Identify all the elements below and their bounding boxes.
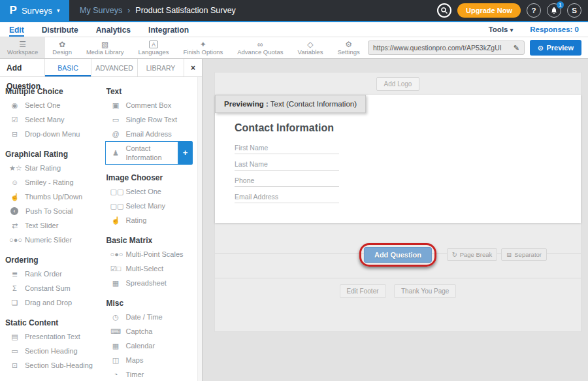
rank-order-icon: ≣: [9, 269, 20, 278]
page-break-button[interactable]: ↻Page Break: [447, 248, 498, 261]
question-type-select-one[interactable]: ▢▢Select One: [101, 184, 203, 199]
toolbar-finish-options[interactable]: ✦Finish Options: [176, 37, 231, 58]
question-type-constant-sum[interactable]: ΣConstant Sum: [0, 281, 101, 295]
question-type-label: Spreadsheet: [126, 278, 167, 288]
question-type-select-many[interactable]: ▢▢Select Many: [101, 199, 203, 213]
question-type-drop-down-menu[interactable]: ⊟Drop-down Menu: [0, 127, 101, 141]
question-type-calendar[interactable]: ▦Calendar: [101, 339, 203, 353]
tab-edit[interactable]: Edit: [9, 25, 24, 37]
tools-menu[interactable]: Tools ▾: [489, 25, 514, 33]
toolbar-variables[interactable]: ◇Variables: [291, 37, 331, 58]
edit-url-icon[interactable]: ✎: [514, 44, 519, 52]
search-icon: [440, 7, 448, 14]
question-type-contact-information[interactable]: ♟Contact Information+: [105, 141, 178, 165]
question-type-single-row-text[interactable]: ▭Single Row Text: [101, 112, 203, 127]
toolbar-workspace[interactable]: ☰Workspace: [0, 37, 45, 58]
toolbar-advance-quotas[interactable]: ∞Advance Quotas: [230, 37, 290, 58]
upgrade-now-button[interactable]: Upgrade Now: [457, 3, 521, 18]
calendar-icon: ▦: [110, 341, 122, 350]
question-type-label: Maps: [126, 356, 144, 365]
question-type-presentation-text[interactable]: ▤Presentation Text: [0, 329, 101, 344]
preview-button[interactable]: ⊙ Preview: [530, 40, 581, 56]
question-type-rank-order[interactable]: ≣Rank Order: [0, 267, 101, 281]
question-type-section-heading[interactable]: ▭Section Heading: [0, 344, 101, 358]
question-mark-icon: ?: [531, 7, 536, 14]
tab-integration[interactable]: Integration: [148, 25, 189, 35]
tab-analytics[interactable]: Analytics: [96, 25, 131, 35]
question-type-rating[interactable]: ☝Rating: [101, 213, 203, 227]
annotation-highlight: Add Question: [359, 243, 436, 267]
separator-button[interactable]: ⊟Separator: [501, 248, 547, 261]
question-type-spreadsheet[interactable]: ▦Spreadsheet: [101, 276, 203, 290]
question-type-label: Rating: [126, 216, 147, 225]
question-type-section-sub-heading[interactable]: ⊡Section Sub-Heading: [0, 358, 101, 373]
question-type-push-to-social[interactable]: ‹Push To Social: [0, 204, 101, 218]
notifications-button[interactable]: 1: [547, 3, 561, 18]
question-type-select-one[interactable]: ◉Select One: [0, 98, 101, 112]
question-type-thumbs-up-down[interactable]: ☝Thumbs Up/Down: [0, 190, 101, 204]
question-type-multi-select[interactable]: ☑□Multi-Select: [101, 261, 203, 276]
toolbar-languages[interactable]: ALanguages: [131, 37, 176, 58]
panel-tab-advanced[interactable]: ADVANCED: [91, 59, 137, 76]
questionpro-logo: P: [10, 4, 17, 17]
product-switcher[interactable]: P Surveys ▾: [0, 0, 69, 21]
thank-you-page-button[interactable]: Thank You Page: [394, 284, 456, 298]
spreadsheet-icon: ▦: [110, 278, 122, 288]
question-type-select-many[interactable]: ☑Select Many: [0, 112, 101, 127]
question-column-2: Text▣Comment Box▭Single Row Text@Email A…: [101, 78, 203, 381]
avatar[interactable]: S: [567, 3, 581, 18]
close-panel-button[interactable]: ×: [184, 59, 202, 76]
group-title-basic-matrix: Basic Matrix: [101, 236, 203, 245]
workspace-icon: ☰: [19, 41, 26, 48]
tab-distribute[interactable]: Distribute: [42, 25, 78, 35]
question-type-date-time[interactable]: ◷Date / Time: [101, 310, 203, 324]
sigma-icon: Σ: [9, 284, 20, 293]
question-type-text-slider[interactable]: ⇄Text Slider: [0, 218, 101, 233]
field-email-address[interactable]: Email Address: [235, 190, 339, 203]
toolbar-label-settings: Settings: [337, 49, 359, 56]
panel-tab-library[interactable]: LIBRARY: [137, 59, 184, 76]
panel-tab-basic[interactable]: BASIC: [44, 59, 91, 76]
question-type-label: Rank Order: [25, 269, 62, 278]
question-type-label: Push To Social: [25, 207, 73, 216]
panel-header: Add Question BASICADVANCEDLIBRARY ×: [0, 59, 202, 77]
survey-url-field[interactable]: https://www.questionpro.com/t/AP53kZgUI …: [368, 41, 525, 55]
add-contact-information-button[interactable]: +: [178, 141, 193, 165]
responses-count[interactable]: Responses: 0: [530, 25, 579, 33]
question-type-maps[interactable]: ◫Maps: [101, 353, 203, 367]
question-type-multi-point-scales[interactable]: ○●○Multi-Point Scales: [101, 247, 203, 261]
breadcrumb-my-surveys[interactable]: My Surveys: [80, 6, 122, 15]
question-type-drag-and-drop[interactable]: ❏Drag and Drop: [0, 295, 101, 310]
question-type-comment-box[interactable]: ▣Comment Box: [101, 98, 203, 112]
question-type-numeric-slider[interactable]: ○●○Numeric Slider: [0, 233, 101, 247]
toolbar-right: https://www.questionpro.com/t/AP53kZgUI …: [368, 37, 588, 58]
search-button[interactable]: [437, 3, 451, 18]
toolbar-design[interactable]: ✿Design: [45, 37, 79, 58]
help-button[interactable]: ?: [527, 3, 541, 18]
question-type-email-address[interactable]: @Email Address: [101, 127, 203, 141]
nav-tabs: EditDistributeAnalyticsIntegration: [9, 24, 206, 35]
bell-icon: [550, 7, 558, 14]
add-logo-button[interactable]: Add Logo: [376, 77, 420, 91]
panel-title: Add Question: [0, 59, 44, 76]
add-question-button[interactable]: Add Question: [364, 247, 432, 263]
question-type-smiley-rating[interactable]: ☺Smiley - Rating: [0, 175, 101, 190]
panel-scrollbar[interactable]: [197, 77, 202, 381]
toolbar-media-library[interactable]: ▧Media Library: [79, 37, 131, 58]
question-type-star-rating[interactable]: ★☆Star Rating: [0, 161, 101, 175]
edit-footer-button[interactable]: Edit Footer: [340, 284, 386, 298]
toolbar-settings[interactable]: ⚙Settings: [330, 37, 367, 58]
thumbs-icon: ☝: [9, 192, 20, 201]
separator-icon: ⊟: [506, 251, 512, 258]
question-type-captcha[interactable]: ⌨Captcha: [101, 324, 203, 339]
preview-fields: First NameLast NamePhoneEmail Address: [235, 141, 339, 203]
field-first-name[interactable]: First Name: [235, 141, 339, 154]
field-phone[interactable]: Phone: [235, 173, 339, 187]
question-type-label: Drop-down Menu: [25, 129, 80, 139]
question-type-timer[interactable]: ◔Timer: [101, 367, 203, 381]
add-question-panel: Add Question BASICADVANCEDLIBRARY × Mult…: [0, 59, 203, 381]
toolbar-label-advance-quotas: Advance Quotas: [237, 49, 283, 56]
page-footer-row: Edit Footer Thank You Page: [215, 278, 581, 298]
questionpro-app: P Surveys ▾ My Surveys › Product Satisfa…: [0, 0, 588, 381]
field-last-name[interactable]: Last Name: [235, 157, 339, 171]
